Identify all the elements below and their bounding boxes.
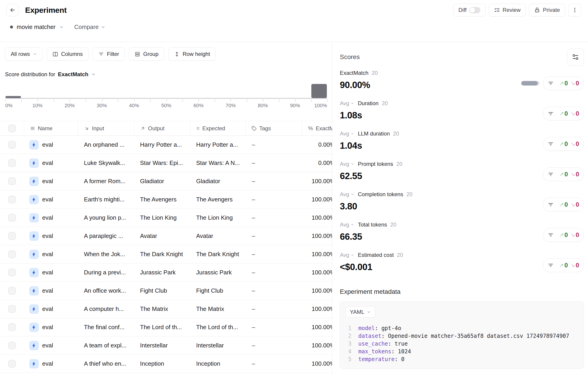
histogram-bar[interactable] — [311, 84, 327, 98]
rows-filter-button[interactable]: All rows — [5, 47, 43, 61]
filter-icon[interactable] — [548, 232, 554, 238]
group-button[interactable]: Group — [129, 47, 164, 61]
table-row[interactable]: eval Earth's mighti... The Avengers The … — [0, 190, 332, 209]
table-row[interactable]: eval When the Jok... The Dark Knight The… — [0, 245, 332, 263]
yaml-key: temperature — [358, 355, 395, 363]
regressions-count[interactable]: ↘ 0 — [571, 231, 579, 239]
row-checkbox[interactable] — [8, 232, 16, 240]
column-header-expected[interactable]: = Expected — [190, 121, 245, 135]
row-input: The final conf... — [78, 324, 134, 331]
regressions-count[interactable]: ↘ 0 — [571, 171, 579, 178]
histogram-bar[interactable] — [5, 96, 21, 98]
more-menu-button[interactable] — [568, 4, 581, 16]
select-all-checkbox[interactable] — [8, 125, 16, 132]
axis-tick — [215, 99, 215, 102]
row-checkbox[interactable] — [8, 159, 16, 167]
axis-tick — [295, 99, 296, 102]
row-tags: – — [245, 232, 302, 240]
compare-menu[interactable]: Compare — [74, 23, 105, 31]
row-checkbox[interactable] — [8, 360, 16, 367]
aggregation-select[interactable]: Avg — [340, 221, 354, 228]
score-distribution-selector[interactable]: Score distribution for ExactMatch — [5, 71, 332, 78]
filter-icon[interactable] — [548, 111, 554, 117]
metadata-code-line: 5 temperature : 0 — [346, 355, 578, 363]
improvements-count[interactable]: ↗ 0 — [559, 141, 568, 147]
filter-label: Filter — [107, 51, 119, 57]
table-row[interactable]: eval An orphaned ... Harry Potter a... H… — [0, 136, 332, 154]
metrics-list: Avg Duration 20 1.08s ↗ 0 ↘ — [340, 100, 584, 272]
metric-name: LLM duration — [358, 130, 390, 137]
table-row[interactable]: eval A young lion p... The Lion King The… — [0, 209, 332, 227]
axis-tick — [263, 99, 263, 102]
table-row[interactable]: eval Luke Skywalk... Star Wars: Epi... S… — [0, 154, 332, 172]
aggregation-select[interactable]: Avg — [340, 130, 354, 137]
row-checkbox[interactable] — [8, 177, 16, 185]
table-row[interactable]: eval An office work... Fight Club Fight … — [0, 282, 332, 300]
table-row[interactable]: eval A thief who en... Inception Incepti… — [0, 355, 332, 373]
row-tags: – — [245, 141, 302, 148]
filter-icon[interactable] — [548, 202, 554, 208]
row-checkbox[interactable] — [8, 323, 16, 331]
row-checkbox[interactable] — [8, 342, 16, 349]
column-header-output[interactable]: Output — [134, 121, 190, 135]
row-checkbox[interactable] — [8, 305, 16, 313]
row-checkbox[interactable] — [8, 287, 16, 294]
row-checkbox[interactable] — [8, 250, 16, 258]
scores-settings-button[interactable] — [567, 49, 584, 65]
table-row[interactable]: eval A computer h... The Matrix The Matr… — [0, 300, 332, 318]
filter-icon[interactable] — [548, 141, 554, 147]
row-checkbox[interactable] — [8, 196, 16, 203]
axis-tick — [54, 99, 54, 102]
experiment-picker[interactable]: movie matcher — [10, 23, 64, 31]
improvements-count[interactable]: ↗ 0 — [559, 262, 568, 269]
filter-icon[interactable] — [548, 262, 554, 269]
row-height-button[interactable]: Row height — [168, 47, 216, 61]
aggregation-select[interactable]: Avg — [340, 161, 354, 167]
regressions-count[interactable]: ↘ 0 — [571, 262, 579, 269]
column-header-exactmatch[interactable]: % ExactM.. — [302, 121, 332, 135]
score-progress-fill — [521, 81, 538, 85]
column-header-name[interactable]: Name — [24, 121, 78, 135]
row-height-icon — [174, 51, 180, 57]
column-header-input[interactable]: Input — [78, 121, 134, 135]
filter-icon[interactable] — [548, 80, 554, 86]
improvements-count[interactable]: ↗ 0 — [559, 80, 568, 87]
aggregation-select[interactable]: Avg — [340, 191, 354, 198]
table-row[interactable]: eval The final conf... The Lord of th...… — [0, 318, 332, 336]
review-button[interactable]: Review — [489, 4, 526, 16]
regressions-count[interactable]: ↘ 0 — [571, 110, 579, 117]
row-checkbox[interactable] — [8, 269, 16, 276]
diff-toggle-button[interactable]: Diff — [453, 4, 486, 16]
regressions-count[interactable]: ↘ 0 — [571, 141, 579, 147]
table-row[interactable]: eval During a previ... Jurassic Park Jur… — [0, 263, 332, 282]
yaml-value: : Opened-movie matcher-35a65af8 dataset.… — [381, 332, 569, 340]
columns-icon — [52, 51, 58, 57]
private-button[interactable]: Private — [529, 4, 565, 16]
row-name: eval — [42, 159, 53, 167]
row-name: eval — [42, 287, 53, 294]
aggregation-select[interactable]: Avg — [340, 252, 354, 258]
eval-bolt-icon — [29, 140, 39, 149]
filter-icon[interactable] — [548, 171, 554, 177]
improvements-count[interactable]: ↗ 0 — [559, 201, 568, 208]
regressions-count[interactable]: ↘ 0 — [571, 201, 579, 208]
improvements-count[interactable]: ↗ 0 — [559, 110, 568, 117]
row-output: The Matrix — [134, 305, 190, 312]
aggregation-select[interactable]: Avg — [340, 100, 354, 106]
eval-bolt-icon — [29, 158, 39, 168]
columns-button[interactable]: Columns — [47, 47, 88, 61]
diff-toggle[interactable] — [469, 7, 480, 13]
metadata-format-select[interactable]: YAML — [346, 307, 375, 318]
table-row[interactable]: eval A team of expl... Interstellar Inte… — [0, 336, 332, 355]
row-checkbox[interactable] — [8, 141, 16, 148]
improvements-count[interactable]: ↗ 0 — [559, 231, 568, 239]
back-button[interactable] — [6, 4, 19, 16]
regressions-count[interactable]: ↘ 0 — [571, 80, 579, 87]
metric-name: Duration — [358, 100, 379, 106]
filter-button[interactable]: Filter — [93, 47, 125, 61]
row-checkbox[interactable] — [8, 214, 16, 221]
improvements-count[interactable]: ↗ 0 — [559, 171, 568, 178]
column-header-tags[interactable]: Tags — [245, 121, 302, 135]
table-row[interactable]: eval A former Rom... Gladiator Gladiator… — [0, 172, 332, 190]
table-row[interactable]: eval A paraplegic ... Avatar Avatar – 10… — [0, 227, 332, 245]
